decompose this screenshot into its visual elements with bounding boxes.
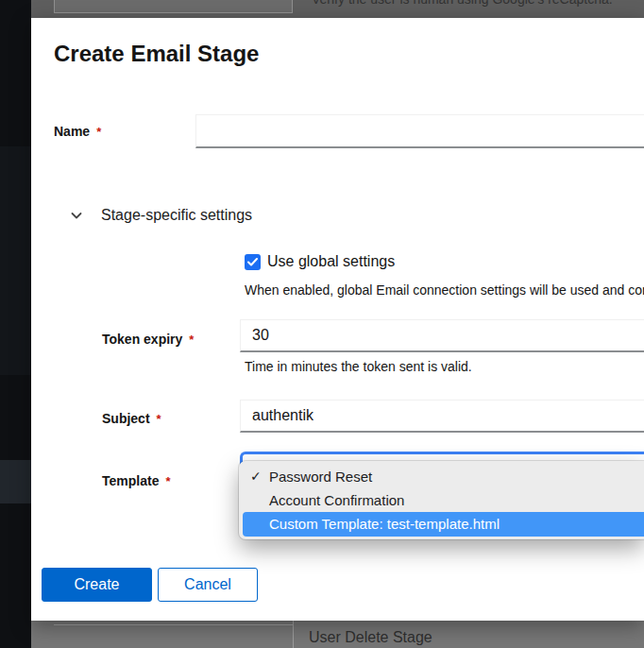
background-table-row-top: Verify the user is human using Google's … [31,0,644,18]
background-table-cell [54,0,293,13]
required-asterisk: * [96,125,101,139]
background-table-divider [293,621,294,648]
modal-title: Create Email Stage [54,41,259,67]
app-sidebar [0,0,31,648]
background-stage-name-text: User Delete Stage [309,629,432,646]
token-expiry-help: Time in minutes the token sent is valid. [245,359,472,374]
template-dropdown-popup: ✓ Password Reset Account Confirmation Cu… [239,461,644,539]
checkbox-check-icon [247,258,258,266]
stage-settings-group-label: Stage-specific settings [101,207,252,224]
use-global-settings-checkbox[interactable] [245,254,261,270]
background-table-border [54,624,293,625]
sidebar-section [0,146,31,375]
use-global-settings-label[interactable]: Use global settings [267,253,395,270]
create-button[interactable]: Create [42,568,152,602]
background-recaptcha-text: Verify the user is human using Google's … [312,0,613,7]
stage-settings-group-toggle[interactable]: Stage-specific settings [70,206,252,225]
background-table-row-bottom: User Delete Stage [31,621,644,648]
cancel-button[interactable]: Cancel [158,568,258,602]
dropdown-option-account-confirmation[interactable]: Account Confirmation [239,488,644,512]
chevron-down-icon [70,209,83,222]
name-label: Name* [54,124,101,139]
check-icon: ✓ [250,465,262,488]
required-asterisk: * [189,333,194,347]
subject-label: Subject* [102,411,161,426]
token-expiry-input[interactable] [240,319,644,352]
use-global-settings-help: When enabled, global Email connection se… [245,282,644,298]
sidebar-active-item [0,460,31,503]
name-input[interactable] [195,114,644,148]
required-asterisk: * [157,412,161,426]
template-label: Template* [102,473,171,488]
create-email-stage-modal: Create Email Stage Name* Stage-specific … [31,18,644,621]
required-asterisk: * [165,474,170,488]
dropdown-option-password-reset[interactable]: ✓ Password Reset [239,465,644,488]
dropdown-option-custom-template[interactable]: Custom Template: test-template.html [243,512,644,537]
token-expiry-label: Token expiry* [102,332,194,347]
subject-input[interactable] [240,400,644,433]
